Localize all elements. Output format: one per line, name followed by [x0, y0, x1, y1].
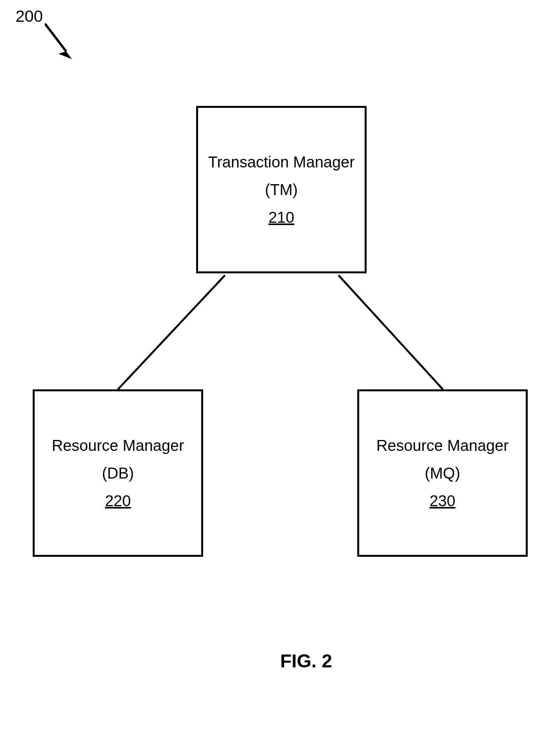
box-id: 210 — [269, 209, 295, 226]
box-title: Resource Manager — [376, 437, 509, 454]
resource-manager-db-box: Resource Manager (DB) 220 — [33, 389, 203, 557]
resource-manager-mq-box: Resource Manager (MQ) 230 — [357, 389, 528, 557]
figure-caption: FIG. 2 — [280, 650, 332, 672]
svg-line-0 — [45, 23, 66, 51]
box-subtitle: (TM) — [265, 181, 298, 199]
box-subtitle: (DB) — [102, 465, 134, 482]
transaction-manager-box: Transaction Manager (TM) 210 — [196, 106, 367, 273]
svg-line-3 — [339, 275, 443, 389]
box-subtitle: (MQ) — [425, 465, 460, 482]
box-title: Resource Manager — [52, 437, 184, 454]
box-id: 230 — [430, 492, 456, 510]
svg-marker-1 — [58, 51, 72, 59]
svg-line-2 — [118, 275, 225, 389]
box-title: Transaction Manager — [208, 153, 355, 171]
box-id: 220 — [105, 492, 131, 510]
diagram-reference-number: 200 — [16, 7, 43, 26]
reference-arrow-icon — [45, 23, 80, 66]
